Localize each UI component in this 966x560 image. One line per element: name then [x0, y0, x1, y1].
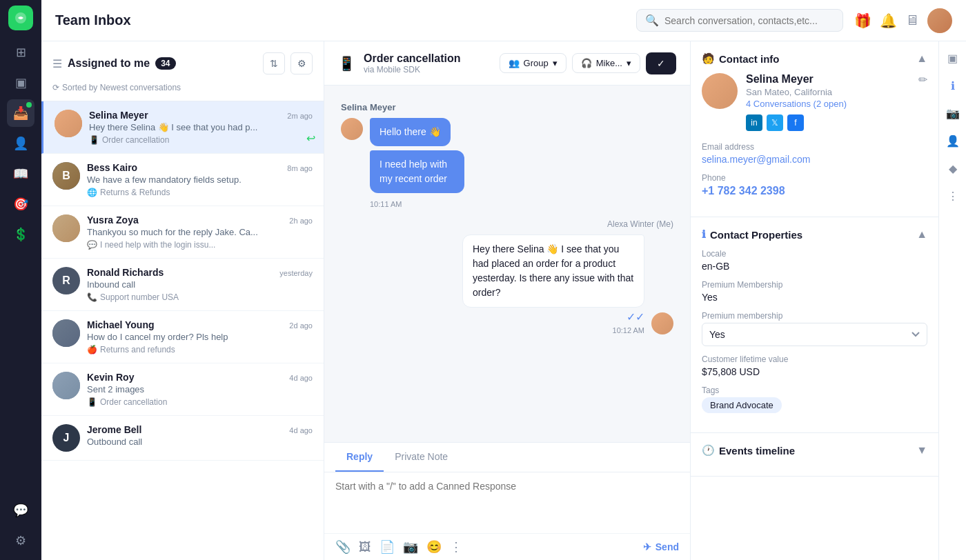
premium-select[interactable]: Yes No — [702, 323, 927, 346]
resolve-button[interactable]: ✓ — [646, 52, 676, 74]
nav-item-chat[interactable]: 💬 — [7, 497, 34, 524]
nav-item-settings[interactable]: ⚙ — [7, 527, 34, 554]
chat-channel-icon: 📱 — [338, 55, 355, 72]
conv-item-6[interactable]: Kevin Roy 4d ago Sent 2 images 📱 Order c… — [41, 363, 324, 416]
tab-reply[interactable]: Reply — [335, 443, 384, 472]
nav-item-contacts[interactable]: 👤 — [7, 130, 34, 157]
conv-preview-5: How do I cancel my order? Pls help — [87, 332, 313, 342]
right-nav-person[interactable]: 👤 — [942, 130, 964, 152]
sort-label: ⟳ Sorted by Newest conversations — [52, 80, 313, 95]
contact-properties: Email address selina.meyer@gmail.com Pho… — [702, 142, 927, 197]
search-input[interactable] — [664, 15, 834, 26]
sort-icon-btn[interactable]: ⇅ — [263, 52, 285, 74]
tab-private-note[interactable]: Private Note — [384, 443, 459, 472]
conv-item-1[interactable]: Selina Meyer 2m ago Hey there Selina 👋 I… — [41, 101, 324, 154]
outgoing-message-group: Alexa Winter (Me) Hey there Selina 👋 I s… — [341, 219, 673, 334]
contact-emoji-icon: 🧑 — [702, 52, 715, 65]
conv-preview-2: We have a few mandatory fields setup. — [87, 174, 313, 185]
right-nav-info[interactable]: ℹ — [942, 74, 964, 97]
contact-location: San Mateo, California — [746, 87, 910, 97]
contact-conversations[interactable]: 4 Conversations (2 open) — [746, 99, 910, 109]
content-area: ☰ Assigned to me 34 ⇅ ⚙ ⟳ Sorted by Newe… — [41, 41, 966, 560]
right-nav-diamond[interactable]: ◆ — [942, 157, 964, 179]
right-contact-panel: 🧑 Contact info ▲ Selina Meyer San Mateo,… — [690, 41, 938, 560]
conv-time-1: 2m ago — [287, 112, 313, 120]
conv-avatar-4: R — [52, 267, 80, 294]
photo-icon[interactable]: 📷 — [403, 539, 418, 554]
conv-item-4[interactable]: R Ronald Richards yesterday Inbound call… — [41, 259, 324, 311]
agent-dropdown[interactable]: 🎧 Mike... ▾ — [572, 53, 640, 73]
tag-icon-2: 🌐 — [87, 188, 97, 197]
inbox-badge — [26, 102, 32, 108]
tags-row: Tags Brand Advocate — [702, 386, 927, 413]
attachment-icon[interactable]: 📎 — [335, 539, 351, 554]
image-icon[interactable]: 🖼 — [359, 540, 371, 554]
article-icon[interactable]: 📄 — [379, 539, 395, 554]
hamburger-icon[interactable]: ☰ — [52, 57, 62, 70]
contact-info-header: 🧑 Contact info ▲ — [702, 52, 927, 65]
linkedin-icon[interactable]: in — [746, 114, 762, 131]
right-nav: ▣ ℹ 📷 👤 ◆ ⋮ — [938, 41, 966, 560]
more-icon[interactable]: ⋮ — [450, 539, 462, 554]
conv-name-1: Selina Meyer — [89, 110, 148, 121]
edit-contact-icon[interactable]: ✏ — [918, 73, 927, 86]
nav-item-reports[interactable]: 🎯 — [7, 190, 34, 218]
conv-item-2[interactable]: B Bess Kairo 8m ago We have a few mandat… — [41, 154, 324, 206]
premium-select-row: Premium membership Yes No — [702, 311, 927, 346]
user-avatar[interactable] — [927, 8, 952, 33]
conv-item-7[interactable]: J Jerome Bell 4d ago Outbound call — [41, 416, 324, 461]
chat-subtitle: via Mobile SDK — [364, 65, 491, 74]
collapse-icon[interactable]: ▲ — [916, 52, 927, 65]
nav-item-inbox[interactable]: 📥 — [7, 99, 34, 127]
bell-icon[interactable]: 🔔 — [880, 12, 897, 29]
msg-time-1: 10:11 AM — [370, 200, 527, 208]
conv-item-3[interactable]: Yusra Zoya 2h ago Thankyou so much for t… — [41, 206, 324, 259]
social-icons: in 𝕏 f — [746, 114, 910, 131]
nav-item-books[interactable]: 📖 — [7, 160, 34, 188]
checkmark-icon: ✓ — [657, 58, 665, 69]
conv-avatar-7: J — [52, 424, 80, 452]
conv-content-1: Selina Meyer 2m ago Hey there Selina 👋 I… — [89, 110, 313, 145]
conv-top-2: Bess Kairo 8m ago — [87, 162, 313, 173]
monitor-icon[interactable]: 🖥 — [905, 12, 919, 28]
locale-value: en-GB — [702, 261, 927, 272]
lifetime-value: $75,808 USD — [702, 366, 927, 377]
nav-item-home[interactable]: ⊞ — [7, 39, 34, 66]
send-button[interactable]: ✈ Send — [643, 541, 679, 552]
nav-item-dollar[interactable]: 💲 — [7, 221, 34, 248]
conv-time-6: 4d ago — [289, 374, 313, 382]
reply-textarea[interactable] — [335, 481, 679, 522]
user-avatar-img — [927, 8, 952, 33]
conv-reply-icon-1: ↩ — [306, 132, 315, 145]
top-header: Team Inbox 🔍 🎁 🔔 🖥 — [41, 0, 966, 41]
collapse-props-icon[interactable]: ▲ — [916, 228, 927, 241]
contact-card: Selina Meyer San Mateo, California 4 Con… — [702, 73, 927, 131]
phone-value[interactable]: +1 782 342 2398 — [702, 185, 927, 197]
conv-item-5[interactable]: Michael Young 2d ago How do I cancel my … — [41, 311, 324, 363]
conv-top-7: Jerome Bell 4d ago — [87, 424, 313, 435]
email-value[interactable]: selina.meyer@gmail.com — [702, 154, 927, 165]
conversation-list-panel: ☰ Assigned to me 34 ⇅ ⚙ ⟳ Sorted by Newe… — [41, 41, 324, 560]
premium-label: Premium Membership — [702, 280, 927, 290]
conv-time-4: yesterday — [279, 269, 313, 277]
msg-bubble-2: Hey there Selina 👋 I see that you had pl… — [462, 234, 644, 308]
contact-props-header: ℹ Contact Properties ▲ — [702, 228, 927, 241]
right-nav-dots[interactable]: ⋮ — [942, 185, 964, 207]
reply-toolbar: 📎 🖼 📄 📷 😊 ⋮ ✈ Send — [324, 533, 690, 560]
conv-time-7: 4d ago — [289, 426, 313, 434]
emoji-icon[interactable]: 😊 — [426, 539, 442, 554]
chat-panel: 📱 Order cancellation via Mobile SDK 👥 Gr… — [324, 41, 690, 560]
filter-icon-btn[interactable]: ⚙ — [290, 52, 313, 74]
right-nav-camera[interactable]: 📷 — [942, 102, 964, 124]
headset-icon: 🎧 — [581, 58, 592, 68]
gift-icon[interactable]: 🎁 — [854, 12, 871, 29]
expand-events-icon[interactable]: ▼ — [916, 444, 927, 457]
group-dropdown[interactable]: 👥 Group ▾ — [500, 53, 566, 73]
facebook-icon[interactable]: f — [787, 114, 804, 131]
locale-row: Locale en-GB — [702, 249, 927, 272]
conv-list-header: ☰ Assigned to me 34 ⇅ ⚙ ⟳ Sorted by Newe… — [41, 41, 324, 101]
twitter-icon[interactable]: 𝕏 — [767, 114, 783, 131]
tag-icon-6: 📱 — [87, 397, 97, 407]
right-nav-panel1[interactable]: ▣ — [942, 47, 964, 69]
nav-item-dashboard[interactable]: ▣ — [7, 69, 34, 97]
